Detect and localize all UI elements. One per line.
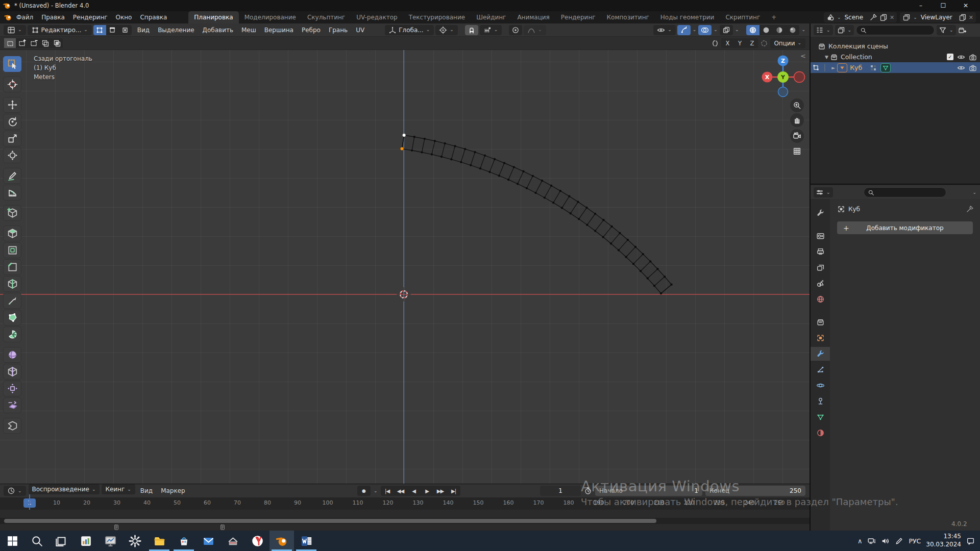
tool-shear[interactable] <box>3 397 21 413</box>
auto-key-button[interactable]: ● <box>357 486 371 496</box>
expand-icon[interactable]: ► <box>831 65 835 70</box>
tool-loop-cut[interactable] <box>3 276 21 292</box>
face-select-button[interactable] <box>119 25 132 35</box>
frame-start-field[interactable]: Начало 1 <box>595 486 702 496</box>
remove-viewlayer-icon[interactable]: ✕ <box>969 14 973 21</box>
add-modifier-button[interactable]: + Добавить модификатор <box>837 221 973 234</box>
taskbar-blender[interactable] <box>270 531 294 551</box>
properties-tab-object-data[interactable] <box>811 410 830 424</box>
topbar-menu-2[interactable]: Рендеринг <box>69 11 112 23</box>
select-intersect-button[interactable] <box>51 38 63 48</box>
exclude-checkbox[interactable]: ✓ <box>947 54 953 60</box>
language-indicator[interactable]: РУС <box>909 537 921 545</box>
outliner-row-1[interactable]: ▼Collection✓ <box>811 52 980 62</box>
notifications-icon[interactable] <box>966 537 975 545</box>
shading-solid-button[interactable] <box>760 25 773 35</box>
volume-icon[interactable] <box>881 537 890 545</box>
tool-cursor[interactable] <box>3 77 21 92</box>
tool-smooth[interactable] <box>3 347 21 363</box>
timeline-scrollbar-thumb[interactable] <box>4 519 656 523</box>
viewport-menu-7[interactable]: UV <box>352 23 369 36</box>
timeline-menu-1[interactable]: Кеинг⌄ <box>102 484 135 494</box>
timeline-menu-2[interactable]: Вид <box>136 484 157 497</box>
outliner-search-input[interactable] <box>856 25 935 35</box>
tool-transform[interactable] <box>3 147 21 163</box>
outliner-row-0[interactable]: Коллекция сцены <box>811 41 980 52</box>
tool-rip-region[interactable] <box>3 418 21 434</box>
mirror-axis-z-button[interactable]: Z <box>746 38 758 48</box>
tray-expand-icon[interactable]: ∧ <box>857 537 863 545</box>
mirror-icon[interactable] <box>711 39 719 47</box>
viewport-menu-6[interactable]: Грань <box>325 23 352 36</box>
taskbar-word[interactable] <box>294 531 318 551</box>
properties-tab-constraints[interactable] <box>811 394 830 408</box>
viewport-menu-2[interactable]: Добавить <box>199 23 237 36</box>
edge-select-button[interactable] <box>106 25 119 35</box>
xray-settings[interactable] <box>720 25 733 35</box>
select-subtract-button[interactable] <box>28 38 39 48</box>
outliner-filter-mode-dropdown[interactable]: ⌄ <box>835 25 854 35</box>
zoom-button[interactable] <box>790 98 804 112</box>
options-dropdown[interactable]: Опции⌄ <box>770 38 805 48</box>
network-icon[interactable] <box>867 537 876 545</box>
properties-tab-physics[interactable] <box>811 379 830 392</box>
collapse-icon[interactable]: ▼ <box>825 55 828 60</box>
arc-mesh-object[interactable] <box>0 50 810 484</box>
outliner-row-2[interactable]: │►Куб <box>811 62 980 73</box>
tool-extrude-region[interactable] <box>3 226 21 241</box>
pivot-dropdown[interactable]: ⌄ <box>435 25 458 35</box>
play-reverse-button[interactable]: ◀ <box>407 486 421 496</box>
tool-inset-faces[interactable] <box>3 242 21 258</box>
maximize-button[interactable]: ☐ <box>932 0 954 11</box>
new-collection-icon[interactable] <box>958 26 966 34</box>
tool-tweak-select[interactable] <box>3 56 21 72</box>
falloff-dropdown[interactable]: ⌄ <box>524 25 546 35</box>
current-frame-field[interactable]: 1 <box>540 486 581 496</box>
timeline-ruler[interactable]: 1020304050607080901001101201301401501601… <box>0 497 810 510</box>
topbar-menu-0[interactable]: Файл <box>12 11 37 23</box>
tool-poly-build[interactable] <box>3 310 21 325</box>
minimize-button[interactable]: – <box>910 0 932 11</box>
taskbar-explorer[interactable] <box>147 531 172 551</box>
shading-rendered-button[interactable] <box>786 25 799 35</box>
tool-edge-slide[interactable] <box>3 364 21 380</box>
editor-type-dropdown[interactable]: ⌄ <box>4 25 26 35</box>
properties-editor-dropdown[interactable]: ⌄ <box>814 187 833 197</box>
taskbar-monitor[interactable] <box>98 531 122 551</box>
workspace-tab-2[interactable]: Скульптинг <box>302 11 351 23</box>
taskbar-mail[interactable] <box>196 531 220 551</box>
stopwatch-icon[interactable] <box>584 487 592 495</box>
pin-icon[interactable] <box>869 13 877 21</box>
visibility-dropdown[interactable]: ⌄ <box>653 25 676 35</box>
workspace-tab-6[interactable]: Анимация <box>511 11 555 23</box>
taskbar-scanner[interactable] <box>220 531 245 551</box>
new-viewlayer-icon[interactable] <box>959 13 967 21</box>
properties-tab-collection[interactable] <box>811 315 830 329</box>
close-button[interactable]: ✕ <box>954 0 977 11</box>
taskbar-start[interactable] <box>0 531 24 551</box>
jump-end-button[interactable]: ▶| <box>447 486 460 496</box>
shading-material-button[interactable] <box>773 25 786 35</box>
tool-rotate[interactable] <box>3 114 21 130</box>
orientation-dropdown[interactable]: Глоба...⌄ <box>385 25 434 35</box>
viewport-menu-0[interactable]: Вид <box>133 23 154 36</box>
next-keyframe-button[interactable]: ▶▶ <box>434 486 447 496</box>
viewport-menu-1[interactable]: Выделение <box>154 23 198 36</box>
mode-dropdown[interactable]: Редактиро...⌄ <box>28 25 92 35</box>
taskbar-settings[interactable] <box>122 531 147 551</box>
unlink-scene-icon[interactable]: ✕ <box>890 14 894 21</box>
tool-add-cube[interactable] <box>3 205 21 221</box>
properties-tab-view-layer[interactable] <box>811 261 830 274</box>
workspace-tab-4[interactable]: Текстурирование <box>403 11 471 23</box>
taskbar-task-view[interactable] <box>49 531 74 551</box>
play-button[interactable]: ▶ <box>421 486 434 496</box>
timeline-scrollbar[interactable] <box>0 518 810 524</box>
tool-knife[interactable] <box>3 293 21 309</box>
properties-tab-modifiers[interactable] <box>811 347 830 361</box>
properties-tab-particles[interactable] <box>811 363 830 377</box>
jump-start-button[interactable]: |◀ <box>381 486 394 496</box>
workspace-tab-1[interactable]: Моделирование <box>239 11 302 23</box>
navigation-gizmo[interactable]: X Y Z <box>757 53 808 102</box>
tool-bevel[interactable] <box>3 259 21 275</box>
properties-tab-material[interactable] <box>811 426 830 440</box>
